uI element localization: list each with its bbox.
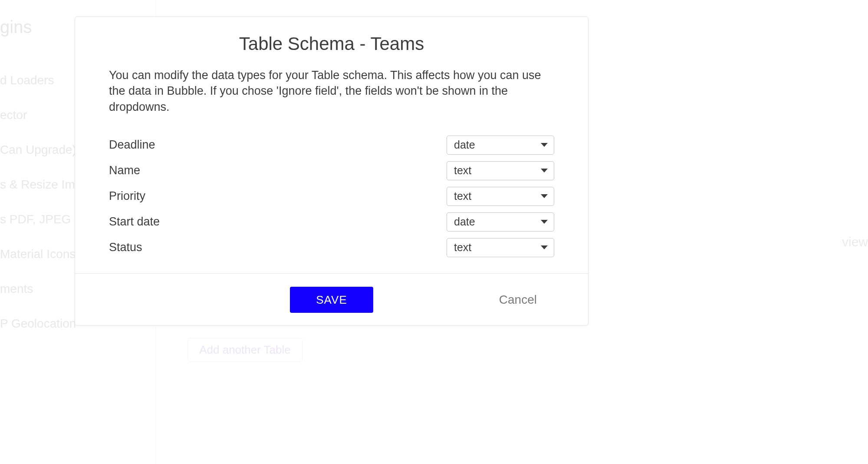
field-label: Status: [109, 241, 142, 254]
field-label: Deadline: [109, 138, 155, 152]
field-label: Start date: [109, 215, 160, 229]
table-schema-modal: Table Schema - Teams You can modify the …: [75, 17, 589, 326]
field-row-start-date: Start date date: [109, 209, 554, 235]
field-type-select-start-date[interactable]: date: [447, 212, 554, 232]
field-row-priority: Priority text: [109, 183, 554, 209]
field-row-status: Status text: [109, 235, 554, 260]
field-type-select-status[interactable]: text: [447, 238, 554, 257]
chevron-down-icon: [541, 169, 548, 172]
modal-footer: SAVE Cancel: [75, 273, 588, 325]
chevron-down-icon: [541, 194, 548, 198]
save-button[interactable]: SAVE: [290, 287, 373, 313]
chevron-down-icon: [541, 245, 548, 249]
field-type-select-name[interactable]: text: [447, 161, 554, 180]
select-value: text: [454, 241, 471, 254]
modal-description: You can modify the data types for your T…: [75, 67, 588, 132]
field-type-select-priority[interactable]: text: [447, 187, 554, 206]
select-value: text: [454, 164, 471, 177]
chevron-down-icon: [541, 220, 548, 224]
field-label: Priority: [109, 189, 145, 203]
field-row-name: Name text: [109, 158, 554, 183]
field-rows: Deadline date Name text Priority text St…: [75, 132, 588, 273]
cancel-button[interactable]: Cancel: [499, 293, 537, 307]
modal-title: Table Schema - Teams: [75, 17, 588, 67]
select-value: date: [454, 139, 475, 151]
field-label: Name: [109, 164, 140, 177]
field-row-deadline: Deadline date: [109, 132, 554, 158]
chevron-down-icon: [541, 143, 548, 147]
select-value: text: [454, 190, 471, 202]
select-value: date: [454, 215, 475, 228]
field-type-select-deadline[interactable]: date: [447, 136, 554, 155]
